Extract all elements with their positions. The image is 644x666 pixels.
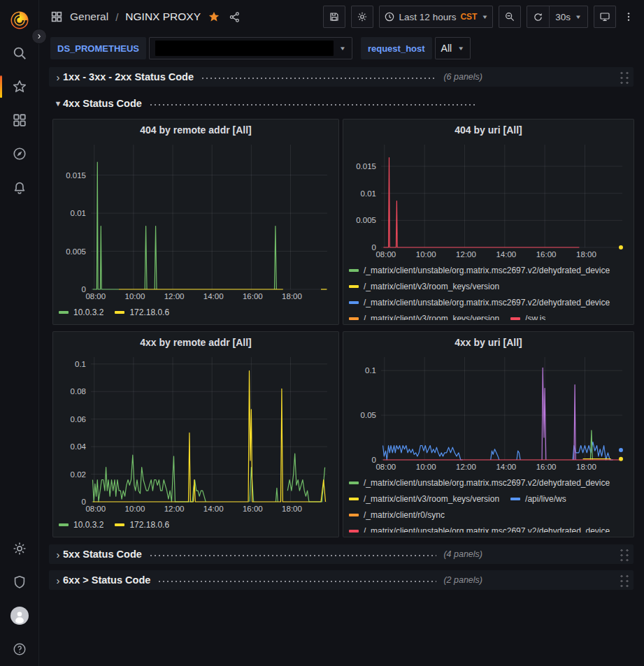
svg-text:12:00: 12:00	[456, 250, 476, 259]
dotted-leader	[149, 551, 437, 560]
kebab-icon	[623, 11, 634, 22]
save-dashboard-button[interactable]	[323, 6, 345, 28]
legend-series-label: /_matrix/client/unstable/org.matrix.msc2…	[364, 478, 610, 488]
row-title[interactable]: 5xx Status Code	[63, 549, 142, 560]
chart-legend: /_matrix/client/unstable/org.matrix.msc2…	[349, 472, 628, 533]
legend-item[interactable]: /_matrix/client/v3/room_keys/version	[349, 491, 499, 506]
svg-text:08:00: 08:00	[85, 505, 106, 513]
legend-item[interactable]: 172.18.0.6	[115, 305, 169, 319]
row-panel-count: (6 panels)	[443, 72, 482, 82]
row-4xx[interactable]: ▼ 4xx Status Code	[49, 95, 634, 112]
row-title[interactable]: 1xx - 3xx - 2xx Status Code	[63, 71, 194, 82]
legend-series-marker	[115, 523, 124, 526]
breadcrumb: General / NGINX PROXY	[50, 10, 241, 23]
chart-legend: /_matrix/client/unstable/org.matrix.msc2…	[349, 260, 628, 320]
legend-series-label: /api/live/ws	[525, 494, 566, 504]
sidebar-item-profile[interactable]	[0, 599, 39, 632]
tv-mode-button[interactable]	[594, 6, 616, 28]
refresh-interval-dropdown[interactable]: 30s ▼	[550, 6, 587, 27]
legend-item[interactable]: /api/live/ws	[510, 491, 566, 506]
chart-404-by-uri[interactable]: 00.0050.010.01508:0010:0012:0014:0016:00…	[349, 139, 628, 260]
row-title[interactable]: 4xx Status Code	[63, 98, 142, 109]
legend-item[interactable]: /sw.js	[510, 311, 545, 320]
row-panel-count: (4 panels)	[443, 549, 482, 559]
sidebar-expand-button[interactable]: ›	[31, 29, 47, 44]
datasource-variable-select[interactable]: ▼	[149, 37, 352, 59]
left-sidebar	[0, 0, 39, 666]
tv-icon	[599, 11, 610, 22]
svg-text:0.005: 0.005	[66, 247, 86, 256]
legend-item[interactable]: 10.0.3.2	[59, 517, 103, 532]
zoom-out-time-button[interactable]	[499, 6, 521, 28]
legend-series-marker	[510, 498, 520, 500]
more-options-button[interactable]	[622, 6, 636, 28]
dashboard-settings-button[interactable]	[351, 6, 373, 28]
row-title[interactable]: 6xx > Status Code	[63, 574, 150, 586]
svg-text:16:00: 16:00	[243, 505, 263, 513]
legend-series-label: 172.18.0.6	[129, 520, 169, 530]
row-6xx[interactable]: › 6xx > Status Code (2 panels)	[49, 570, 634, 590]
legend-series-label: 10.0.3.2	[73, 307, 103, 317]
svg-text:10:00: 10:00	[125, 292, 145, 301]
configuration-gear-icon	[12, 541, 27, 556]
chart-4xx-by-remote-addr[interactable]: 00.020.040.060.080.108:0010:0012:0014:00…	[59, 352, 333, 514]
legend-series-marker	[349, 317, 359, 320]
avatar-icon	[12, 608, 27, 623]
save-icon	[329, 11, 340, 22]
legend-item[interactable]: /_matrix/client/unstable/org.matrix.msc2…	[349, 475, 610, 490]
sidebar-item-alerting[interactable]	[0, 171, 39, 204]
sidebar-item-starred[interactable]	[0, 70, 39, 103]
sidebar-item-dashboards[interactable]	[0, 103, 39, 137]
legend-series-marker	[349, 498, 359, 500]
row-5xx[interactable]: › 5xx Status Code (4 panels)	[49, 544, 634, 564]
legend-item[interactable]: /_matrix/client/unstable/org.matrix.msc2…	[349, 523, 610, 533]
row-drag-handle[interactable]	[619, 573, 629, 587]
dotted-leader	[149, 101, 475, 109]
row-drag-handle[interactable]	[619, 547, 629, 561]
chevron-down-icon: ▼	[53, 99, 63, 108]
panel-4xx-by-remote-addr: 4xx by remote addr [All] 00.020.040.060.…	[52, 331, 339, 537]
request-host-variable-value: All	[441, 43, 452, 54]
legend-item[interactable]: /_matrix/client/v3/room_keys/version	[349, 311, 499, 320]
legend-item[interactable]: 172.18.0.6	[115, 517, 169, 532]
legend-item[interactable]: /_matrix/client/unstable/org.matrix.msc2…	[349, 263, 610, 277]
legend-series-marker	[59, 311, 69, 314]
legend-item[interactable]: 10.0.3.2	[59, 305, 103, 319]
panel-title[interactable]: 4xx by remote addr [All]	[59, 335, 333, 352]
legend-item[interactable]: /_matrix/client/unstable/org.matrix.msc2…	[349, 295, 610, 310]
dashboard-title[interactable]: NGINX PROXY	[125, 10, 201, 23]
legend-item[interactable]: /_matrix/client/v3/room_keys/version	[349, 279, 499, 294]
panel-title[interactable]: 404 by uri [All]	[349, 122, 628, 139]
server-admin-shield-icon	[12, 574, 27, 590]
breadcrumb-separator: /	[115, 11, 118, 23]
svg-text:0.015: 0.015	[356, 162, 376, 171]
variables-submenu: DS_PROMETHEUS ▼ request_host All ▼	[39, 34, 644, 63]
share-icon[interactable]	[229, 11, 241, 23]
sidebar-item-server-admin[interactable]	[0, 565, 39, 599]
request-host-variable-select[interactable]: All ▼	[435, 37, 471, 59]
breadcrumb-folder[interactable]: General	[70, 10, 108, 23]
sidebar-item-help[interactable]	[0, 632, 39, 666]
chevron-right-icon: ›	[53, 549, 63, 560]
chart-legend: 10.0.3.2172.18.0.6	[59, 302, 333, 320]
time-range-picker[interactable]: Last 12 hours CST ▼	[379, 6, 494, 28]
panel-4xx-by-uri: 4xx by uri [All] 00.050.108:0010:0012:00…	[343, 331, 634, 537]
panel-title[interactable]: 4xx by uri [All]	[349, 335, 628, 352]
favorite-star-icon[interactable]	[208, 10, 220, 23]
sidebar-item-configuration[interactable]	[0, 532, 39, 565]
row-1xx-3xx-2xx[interactable]: › 1xx - 3xx - 2xx Status Code (6 panels)	[49, 67, 634, 87]
star-icon	[12, 79, 27, 94]
sidebar-item-explore[interactable]	[0, 137, 39, 171]
legend-item[interactable]: /_matrix/client/r0/sync	[349, 507, 445, 522]
svg-text:0.015: 0.015	[66, 171, 86, 180]
chart-4xx-by-uri[interactable]: 00.050.108:0010:0012:0014:0016:0018:00	[349, 352, 628, 472]
svg-text:18:00: 18:00	[576, 463, 596, 471]
svg-text:08:00: 08:00	[375, 250, 396, 259]
chart-404-by-remote-addr[interactable]: 00.0050.010.01508:0010:0012:0014:0016:00…	[59, 139, 333, 302]
timezone-label: CST	[460, 12, 477, 22]
help-icon	[12, 642, 27, 657]
panel-title[interactable]: 404 by remote addr [All]	[59, 122, 333, 139]
refresh-button[interactable]	[527, 6, 549, 27]
svg-text:14:00: 14:00	[496, 250, 516, 259]
row-drag-handle[interactable]	[619, 70, 629, 84]
